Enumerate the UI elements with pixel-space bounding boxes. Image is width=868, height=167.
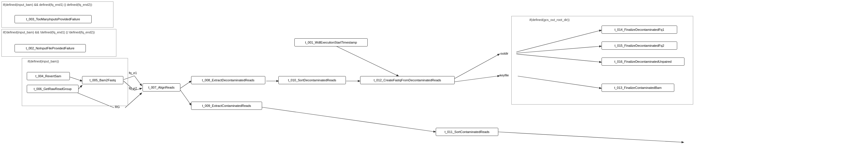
svg-line-9 <box>180 90 191 105</box>
t013-node[interactable]: t_013_FinalizeContaminatedBam <box>601 84 674 92</box>
svg-line-15 <box>454 76 499 82</box>
svg-line-11 <box>262 107 435 132</box>
t014-node[interactable]: t_014_FinalizeDecontaminatedFq1 <box>601 26 677 34</box>
t004-node[interactable]: t_004_RevertSam <box>27 72 70 80</box>
rg-label: RG <box>115 105 120 109</box>
t003-node[interactable]: t_003_TooManyInputsProvidedFailure <box>14 15 92 23</box>
fq-e2-label: fq_e2 <box>129 87 137 90</box>
keyfile-label: keyfile <box>500 73 509 77</box>
t009-node[interactable]: t_009_ExtractContaminatedReads <box>191 102 262 110</box>
cond1-label: if(defined(input_bam) && defined(fq_end1… <box>3 3 92 6</box>
svg-line-20 <box>497 132 684 142</box>
fq-e1-label: fq_e1 <box>129 71 137 75</box>
t006-node[interactable]: t_006_GetRawReadGroup <box>27 85 79 93</box>
svg-line-3 <box>134 76 142 86</box>
cond2-label: if(!defined(input_bam) && !defined(fq_en… <box>3 31 95 34</box>
t016-node[interactable]: t_016_FinalizeDecontaminatedUnpaired <box>601 58 684 66</box>
t008-node[interactable]: t_008_ExtractDecontaminatedReads <box>191 76 265 84</box>
svg-line-14 <box>454 54 499 79</box>
t005-node[interactable]: t_005_Bam2Fastq <box>82 76 123 84</box>
cond3-label: if(defined(input_bam)) <box>28 60 59 63</box>
t010-node[interactable]: t_010_SortDecontaminatedReads <box>278 76 346 84</box>
svg-line-13 <box>330 43 399 76</box>
t011-node[interactable]: t_011_SortContaminatedReads <box>436 128 498 136</box>
t002-node[interactable]: t_002_NoInputFileProvidedFailure <box>14 44 86 52</box>
outdir-label: outdir <box>500 52 508 55</box>
t015-node[interactable]: t_015_FinalizeDecontaminatedFq2 <box>601 41 677 50</box>
workflow-canvas: if(defined(input_bam) && defined(fq_end1… <box>0 0 868 167</box>
t012-node[interactable]: t_012_CreateFastqFromDecontaminatedReads <box>360 76 455 84</box>
svg-line-8 <box>180 81 191 88</box>
t007-node[interactable]: t_007_AlignReads <box>143 84 180 92</box>
cond4-label: if(defined(gcs_out_root_dir)) <box>529 18 569 22</box>
t001-node[interactable]: t_001_WdlExecutionStartTimestamp <box>294 38 368 46</box>
